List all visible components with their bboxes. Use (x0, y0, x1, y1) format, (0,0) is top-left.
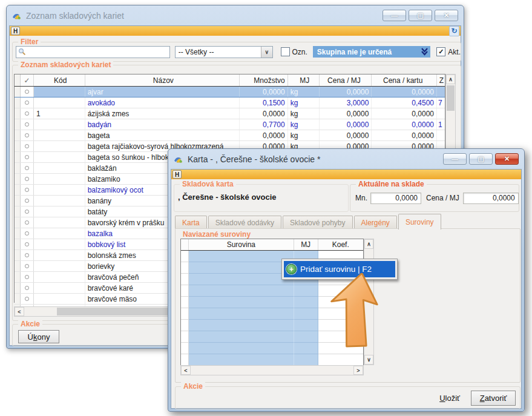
suroviny-cell (189, 251, 294, 262)
minimize-button[interactable]: — (383, 10, 406, 21)
close-button[interactable]: ✕ (435, 10, 458, 21)
scroll-down-icon[interactable]: ∨ (364, 355, 373, 365)
row-check-cell[interactable] (21, 261, 34, 271)
maximize-button[interactable]: ▢ (469, 153, 493, 165)
cell-nazov: badyán (85, 119, 240, 130)
header-mj[interactable]: MJ (288, 74, 320, 86)
header-kod[interactable]: Kód (34, 74, 85, 86)
header-cena-mj[interactable]: Cena / MJ (320, 74, 372, 86)
tab-skladove-dodavky[interactable]: Skladové dodávky (208, 216, 281, 229)
cell-kod (34, 163, 85, 173)
suroviny-hscrollbar[interactable]: < > (180, 365, 364, 375)
row-gutter (15, 239, 21, 249)
row-check-cell[interactable] (21, 141, 34, 151)
stock-row[interactable]: badyán0,7700kg0,00000,00001 (15, 119, 445, 130)
header-cena-kartu[interactable]: Cena / kartu (372, 74, 437, 86)
cell-kod (34, 130, 85, 140)
row-check-cell[interactable] (21, 250, 34, 260)
row-check-cell[interactable] (21, 152, 34, 162)
row-check-cell[interactable] (21, 294, 34, 304)
minimize-button[interactable]: — (443, 153, 467, 165)
header-koef[interactable]: Koef. (318, 239, 364, 250)
filter-group: Filter -- Všetky -- ∨ (12, 42, 461, 62)
stock-row[interactable]: ajvar0,0000kg0,00000,0000 (15, 87, 445, 97)
row-marker-icon (25, 177, 29, 181)
row-check-cell[interactable] (21, 206, 34, 217)
chevron-down-icon[interactable]: ∨ (261, 47, 272, 58)
row-marker-icon (25, 264, 29, 268)
suroviny-cell (189, 285, 294, 297)
bg-actions-label: Akcie (18, 320, 42, 328)
tab-bar: Karta Skladové dodávky Skladové pohyby A… (175, 214, 442, 229)
tab-alergeny[interactable]: Alergény (354, 216, 397, 229)
row-check-cell[interactable] (21, 87, 34, 97)
akt-checkbox[interactable]: ✓ (436, 47, 445, 56)
tab-suroviny[interactable]: Suroviny (398, 214, 441, 229)
scroll-up-icon[interactable]: ∧ (364, 239, 373, 249)
scroll-left-icon[interactable]: < (181, 366, 191, 375)
row-check-cell[interactable] (21, 174, 34, 184)
cell-z: 7 (437, 97, 445, 108)
maximize-button[interactable]: ▢ (409, 10, 432, 21)
suroviny-cell (181, 354, 189, 366)
header-check[interactable]: ✓ (21, 74, 34, 86)
row-check-cell[interactable] (21, 217, 34, 228)
stock-table-header[interactable]: ✓ Kód Názov Množstvo MJ Cena / MJ Cena /… (15, 74, 445, 87)
stock-row[interactable]: avokádo0,1500kg3,00000,45007 (15, 97, 445, 108)
close-icon: ✕ (444, 12, 449, 19)
header-surovina[interactable]: Surovina (189, 239, 294, 250)
row-marker-icon (25, 166, 29, 170)
window-title: Karta - , Čerešne - školské ovocie * (188, 154, 439, 164)
cell-z (437, 130, 445, 140)
row-check-cell[interactable] (21, 97, 34, 108)
group-filter-field[interactable]: Skupina nie je určená (313, 46, 431, 58)
double-chevron-down-icon[interactable] (421, 48, 428, 56)
titlebar[interactable]: Karta - , Čerešne - školské ovocie * — ▢… (168, 149, 524, 169)
row-check-cell[interactable] (21, 239, 34, 249)
suroviny-cell (181, 320, 189, 331)
row-check-cell[interactable] (21, 272, 34, 282)
search-input[interactable] (16, 46, 170, 58)
row-check-cell[interactable] (21, 283, 34, 293)
row-check-cell[interactable] (21, 119, 34, 130)
toolbar-strip: H (171, 170, 521, 179)
close-card-button[interactable]: Zatvoriť (471, 391, 516, 406)
refresh-icon[interactable]: ↻ (449, 26, 459, 36)
type-dropdown[interactable]: -- Všetky -- ∨ (175, 46, 273, 58)
header-mj[interactable]: MJ (294, 239, 318, 250)
scroll-thumb[interactable] (447, 85, 455, 111)
header-nazov[interactable]: Názov (85, 74, 240, 86)
tab-karta[interactable]: Karta (175, 216, 207, 229)
save-button[interactable]: Uložiť (439, 394, 460, 403)
suroviny-cell (181, 308, 189, 320)
row-check-cell[interactable] (21, 228, 34, 239)
cell-nazov: bageta (85, 130, 240, 140)
row-check-cell[interactable] (21, 185, 34, 195)
row-check-cell[interactable] (21, 196, 34, 206)
row-check-cell[interactable] (21, 130, 34, 140)
tab-skladove-pohyby[interactable]: Skladové pohyby (283, 216, 352, 229)
row-check-cell[interactable] (21, 163, 34, 173)
suroviny-cell (181, 251, 189, 262)
stock-group-label: Aktuálne na sklade (356, 180, 427, 188)
suroviny-table-header[interactable]: Surovina MJ Koef. (181, 239, 363, 251)
scroll-up-icon[interactable]: ∧ (446, 74, 455, 84)
pointer-arrow-icon (328, 273, 389, 352)
scroll-right-icon[interactable]: > (353, 366, 363, 375)
titlebar[interactable]: Zoznam skladových kariet — ▢ ✕ (7, 5, 464, 25)
row-marker-icon (25, 122, 29, 127)
header-mnozstvo[interactable]: Množstvo (240, 74, 288, 86)
cell-mj: kg (288, 130, 320, 140)
stock-row[interactable]: 1ázijská zmes0,0000kg0,00000,0000 (15, 108, 445, 119)
row-check-cell[interactable] (21, 108, 34, 119)
close-button[interactable]: ✕ (495, 153, 519, 165)
ukony-button[interactable]: Úkony (18, 330, 59, 343)
cell-cena-kartu: 0,4500 (372, 97, 437, 108)
help-button[interactable]: H (172, 170, 182, 179)
suroviny-row[interactable] (181, 354, 363, 366)
header-z[interactable]: Z (437, 74, 445, 86)
help-button[interactable]: H (11, 27, 20, 35)
scroll-left-icon[interactable]: < (15, 307, 24, 316)
ozn-checkbox[interactable] (281, 47, 290, 56)
stock-row[interactable]: bageta0,0000kg0,00000,0000 (15, 130, 445, 141)
